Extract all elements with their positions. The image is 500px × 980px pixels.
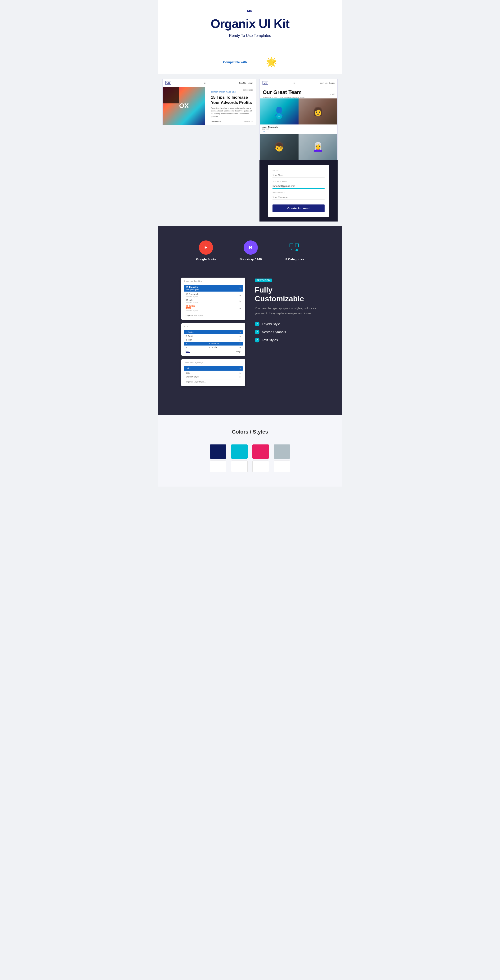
cat-tri-icon bbox=[295, 248, 299, 251]
swatch-color-gray bbox=[274, 444, 290, 459]
swatch-light-navy bbox=[210, 461, 226, 473]
logo-square bbox=[247, 10, 250, 12]
team-photo-3: 👦 bbox=[260, 134, 299, 160]
swatch-color-cyan bbox=[231, 444, 248, 459]
ui-button-label: 1. Button bbox=[186, 331, 194, 333]
ui-form-label: 2. Form bbox=[186, 335, 193, 337]
colors-title: Colors / Styles bbox=[167, 429, 333, 435]
ui-icon-label: 3. Icon bbox=[186, 339, 192, 341]
blog-actions: Learn More › SHARE f t bbox=[211, 121, 253, 123]
signup-form: NAME YOUR E-MAIL PASSWORD Create Account bbox=[268, 165, 329, 217]
fonts-letter: F bbox=[204, 245, 207, 251]
blog-join-link[interactable]: Join Us bbox=[239, 82, 246, 84]
team-member-2: 👩 bbox=[299, 99, 338, 134]
panel-item-02: 02 Paragraph Multiple Styles ▶ bbox=[184, 292, 243, 298]
layers-label: Layers Style bbox=[262, 322, 280, 326]
arrow-social: ▶ bbox=[240, 347, 241, 348]
team-member-4: 👩‍🦳 bbox=[299, 134, 338, 160]
facebook-icon[interactable]: f bbox=[251, 121, 252, 123]
item-04-label: 04 Button bbox=[186, 305, 198, 307]
ui-interface-label: 5. Interface bbox=[209, 342, 219, 345]
item-04-sub2: Multiple Styles bbox=[186, 309, 198, 312]
text-styles-panel: Create new Text Style 01 Header Multiple… bbox=[182, 278, 245, 320]
email-input[interactable] bbox=[272, 184, 325, 189]
swatch-gray bbox=[274, 444, 290, 473]
password-field: PASSWORD bbox=[272, 192, 325, 200]
name-label: NAME bbox=[272, 170, 325, 172]
ui-item-interface[interactable]: ✓ 5. Interface ▶ bbox=[184, 342, 243, 345]
instagram-icon[interactable]: ◻ bbox=[263, 130, 265, 132]
swatch-navy bbox=[210, 444, 226, 473]
ui-item-social[interactable]: ·· 6. Social ▶ bbox=[184, 345, 243, 349]
featured-badge: FEATURED bbox=[255, 278, 272, 282]
check-icon-symbols: ✓ bbox=[255, 330, 260, 334]
ui-panel-header: 0. UI bbox=[184, 326, 243, 329]
team-member-3: 👦 bbox=[260, 134, 299, 160]
team-join-link[interactable]: Join Us bbox=[320, 82, 327, 84]
team-add-icon[interactable]: + bbox=[276, 113, 282, 119]
team-face-3: 👦 bbox=[274, 142, 285, 152]
custom-content: FEATURED Fully Customizable You can chan… bbox=[255, 278, 318, 346]
ui-item-logo[interactable]: OR Logo bbox=[184, 349, 243, 353]
organize-layer[interactable]: Organize Layer Styles... bbox=[184, 380, 243, 384]
features-icons-row: F Google Fonts B Bootstrap 1140 bbox=[167, 240, 333, 261]
name-field: NAME bbox=[272, 170, 325, 178]
bootstrap-icon: B bbox=[244, 240, 258, 255]
team-logo: OR bbox=[263, 81, 268, 85]
sketch-icon: 🌟 bbox=[266, 57, 277, 67]
header-01-label: 01 Header bbox=[186, 286, 199, 288]
swatch-cyan bbox=[231, 444, 248, 473]
categories-feature: × 8 Categories bbox=[285, 240, 304, 261]
blog-share: SHARE f t bbox=[244, 121, 253, 123]
layer-color-item[interactable]: Color ▶ bbox=[184, 366, 243, 371]
team-nav: OR ≡ Join Us Login bbox=[260, 79, 338, 87]
create-account-button[interactable]: Create Account bbox=[272, 204, 325, 212]
blog-menu-icon: ≡ bbox=[204, 82, 205, 84]
colors-section: Colors / Styles bbox=[158, 415, 342, 487]
bootstrap-letter: B bbox=[249, 245, 252, 250]
blog-text-content: CHRISTOPHER VASQUEZ 26 NOV 2015 15 Tips … bbox=[208, 87, 256, 125]
layer-gray-item[interactable]: Gray ▶ bbox=[184, 371, 243, 375]
arrow-form: ▶ bbox=[240, 335, 241, 337]
twitter-icon[interactable]: t bbox=[252, 121, 253, 123]
categories-label: 8 Categories bbox=[285, 258, 304, 261]
custom-title: Fully Customizable bbox=[255, 286, 318, 303]
password-input[interactable] bbox=[272, 195, 325, 200]
team-member-1: 👤 + Leroy Reynolds OWNER f ◻ bbox=[260, 99, 299, 134]
blog-login-link[interactable]: Login bbox=[248, 82, 253, 84]
cat-sq-2 bbox=[295, 243, 299, 247]
hero-title: Organix UI Kit bbox=[162, 17, 338, 31]
check-mark: ✓ bbox=[186, 342, 188, 345]
ui-item-icon[interactable]: 3. Icon ▶ bbox=[184, 338, 243, 342]
header-01-sub: Multiple Styles bbox=[186, 288, 199, 291]
team-card: OR ≡ Join Us Login Our Great Team Motiva… bbox=[260, 79, 338, 160]
team-photo-2: 👩 bbox=[299, 99, 338, 124]
email-field: YOUR E-MAIL bbox=[272, 181, 325, 189]
layer-panel-header: Create new Layer Style bbox=[184, 362, 243, 365]
organize-text[interactable]: Organize Text Styles... bbox=[184, 313, 243, 317]
email-label: YOUR E-MAIL bbox=[272, 181, 325, 183]
name-input[interactable] bbox=[272, 173, 325, 178]
btn-badge: ■■■ bbox=[186, 307, 191, 309]
blog-learn-more[interactable]: Learn More › bbox=[211, 121, 222, 123]
compat-section: Compatible with 🌟 bbox=[158, 50, 342, 74]
swatch-light-pink bbox=[252, 461, 269, 473]
arrow-01: ▶ bbox=[240, 287, 241, 289]
team-photo-1: 👤 + bbox=[260, 99, 299, 124]
facebook-icon[interactable]: f bbox=[261, 130, 262, 132]
team-subtitle: Motivation S Effect On Mental And Physic… bbox=[263, 96, 305, 99]
blog-hero-image: OX bbox=[162, 87, 205, 125]
cat-x-icon: × bbox=[290, 248, 293, 251]
ui-item-button[interactable]: 1. Button ▶ bbox=[184, 330, 243, 334]
ui-item-form[interactable]: 2. Form ▶ bbox=[184, 334, 243, 338]
team-title-block: Our Great Team Motivation S Effect On Me… bbox=[263, 89, 305, 99]
ui-logo-label: Logo bbox=[236, 350, 241, 353]
cat-sq-1 bbox=[290, 243, 293, 247]
ox-overlay bbox=[162, 87, 179, 103]
blog-title: 15 Tips To Increase Your Adwords Profits bbox=[211, 95, 253, 105]
blog-date: 26 NOV 2015 bbox=[243, 89, 253, 91]
blog-nav: OR ≡ Join Us Login bbox=[162, 79, 256, 87]
layer-shadow-item[interactable]: Shadow Style ▶ bbox=[184, 375, 243, 379]
item-03-label: 03 Link bbox=[186, 299, 198, 301]
team-login-link[interactable]: Login bbox=[329, 82, 334, 84]
